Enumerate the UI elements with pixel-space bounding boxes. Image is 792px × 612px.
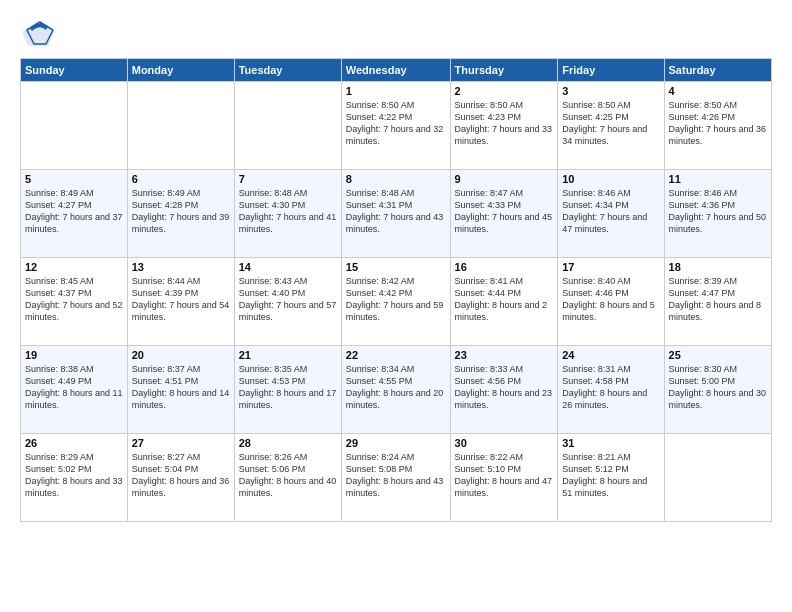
day-info: Sunrise: 8:45 AM Sunset: 4:37 PM Dayligh… [25,275,123,324]
calendar-cell [127,82,234,170]
logo [20,18,62,48]
calendar-table: SundayMondayTuesdayWednesdayThursdayFrid… [20,58,772,522]
calendar-week-row: 26Sunrise: 8:29 AM Sunset: 5:02 PM Dayli… [21,434,772,522]
day-number: 22 [346,349,446,361]
weekday-header: Wednesday [341,59,450,82]
calendar-cell: 27Sunrise: 8:27 AM Sunset: 5:04 PM Dayli… [127,434,234,522]
day-info: Sunrise: 8:42 AM Sunset: 4:42 PM Dayligh… [346,275,446,324]
calendar-cell: 1Sunrise: 8:50 AM Sunset: 4:22 PM Daylig… [341,82,450,170]
day-info: Sunrise: 8:50 AM Sunset: 4:26 PM Dayligh… [669,99,767,148]
calendar-cell: 3Sunrise: 8:50 AM Sunset: 4:25 PM Daylig… [558,82,664,170]
calendar-cell: 31Sunrise: 8:21 AM Sunset: 5:12 PM Dayli… [558,434,664,522]
calendar-cell: 15Sunrise: 8:42 AM Sunset: 4:42 PM Dayli… [341,258,450,346]
day-info: Sunrise: 8:33 AM Sunset: 4:56 PM Dayligh… [455,363,554,412]
calendar-cell: 18Sunrise: 8:39 AM Sunset: 4:47 PM Dayli… [664,258,771,346]
day-info: Sunrise: 8:47 AM Sunset: 4:33 PM Dayligh… [455,187,554,236]
logo-icon [20,18,56,48]
calendar-cell: 6Sunrise: 8:49 AM Sunset: 4:28 PM Daylig… [127,170,234,258]
day-info: Sunrise: 8:43 AM Sunset: 4:40 PM Dayligh… [239,275,337,324]
calendar-cell: 5Sunrise: 8:49 AM Sunset: 4:27 PM Daylig… [21,170,128,258]
calendar-cell: 17Sunrise: 8:40 AM Sunset: 4:46 PM Dayli… [558,258,664,346]
day-info: Sunrise: 8:37 AM Sunset: 4:51 PM Dayligh… [132,363,230,412]
day-number: 5 [25,173,123,185]
day-info: Sunrise: 8:24 AM Sunset: 5:08 PM Dayligh… [346,451,446,500]
day-number: 6 [132,173,230,185]
day-number: 17 [562,261,659,273]
day-number: 8 [346,173,446,185]
weekday-header: Friday [558,59,664,82]
calendar-cell: 24Sunrise: 8:31 AM Sunset: 4:58 PM Dayli… [558,346,664,434]
calendar-cell: 21Sunrise: 8:35 AM Sunset: 4:53 PM Dayli… [234,346,341,434]
calendar-cell: 26Sunrise: 8:29 AM Sunset: 5:02 PM Dayli… [21,434,128,522]
day-number: 7 [239,173,337,185]
day-info: Sunrise: 8:22 AM Sunset: 5:10 PM Dayligh… [455,451,554,500]
day-info: Sunrise: 8:49 AM Sunset: 4:27 PM Dayligh… [25,187,123,236]
day-info: Sunrise: 8:48 AM Sunset: 4:30 PM Dayligh… [239,187,337,236]
calendar-cell: 7Sunrise: 8:48 AM Sunset: 4:30 PM Daylig… [234,170,341,258]
calendar-cell [234,82,341,170]
day-number: 28 [239,437,337,449]
day-number: 9 [455,173,554,185]
day-info: Sunrise: 8:29 AM Sunset: 5:02 PM Dayligh… [25,451,123,500]
day-number: 12 [25,261,123,273]
calendar-cell: 23Sunrise: 8:33 AM Sunset: 4:56 PM Dayli… [450,346,558,434]
day-info: Sunrise: 8:31 AM Sunset: 4:58 PM Dayligh… [562,363,659,412]
calendar-week-row: 5Sunrise: 8:49 AM Sunset: 4:27 PM Daylig… [21,170,772,258]
day-info: Sunrise: 8:35 AM Sunset: 4:53 PM Dayligh… [239,363,337,412]
day-number: 24 [562,349,659,361]
day-number: 20 [132,349,230,361]
day-info: Sunrise: 8:30 AM Sunset: 5:00 PM Dayligh… [669,363,767,412]
day-number: 30 [455,437,554,449]
day-info: Sunrise: 8:26 AM Sunset: 5:06 PM Dayligh… [239,451,337,500]
calendar-cell [21,82,128,170]
day-number: 4 [669,85,767,97]
day-number: 23 [455,349,554,361]
day-info: Sunrise: 8:44 AM Sunset: 4:39 PM Dayligh… [132,275,230,324]
day-info: Sunrise: 8:38 AM Sunset: 4:49 PM Dayligh… [25,363,123,412]
day-number: 14 [239,261,337,273]
calendar-cell: 30Sunrise: 8:22 AM Sunset: 5:10 PM Dayli… [450,434,558,522]
calendar-cell: 9Sunrise: 8:47 AM Sunset: 4:33 PM Daylig… [450,170,558,258]
day-number: 27 [132,437,230,449]
calendar-cell: 12Sunrise: 8:45 AM Sunset: 4:37 PM Dayli… [21,258,128,346]
day-info: Sunrise: 8:50 AM Sunset: 4:23 PM Dayligh… [455,99,554,148]
day-number: 3 [562,85,659,97]
weekday-header: Sunday [21,59,128,82]
day-number: 10 [562,173,659,185]
calendar-cell: 25Sunrise: 8:30 AM Sunset: 5:00 PM Dayli… [664,346,771,434]
day-info: Sunrise: 8:49 AM Sunset: 4:28 PM Dayligh… [132,187,230,236]
calendar-cell: 28Sunrise: 8:26 AM Sunset: 5:06 PM Dayli… [234,434,341,522]
day-number: 19 [25,349,123,361]
calendar-cell: 11Sunrise: 8:46 AM Sunset: 4:36 PM Dayli… [664,170,771,258]
day-number: 21 [239,349,337,361]
header [20,18,772,48]
day-number: 1 [346,85,446,97]
day-info: Sunrise: 8:50 AM Sunset: 4:22 PM Dayligh… [346,99,446,148]
day-info: Sunrise: 8:41 AM Sunset: 4:44 PM Dayligh… [455,275,554,324]
calendar-cell: 16Sunrise: 8:41 AM Sunset: 4:44 PM Dayli… [450,258,558,346]
day-info: Sunrise: 8:21 AM Sunset: 5:12 PM Dayligh… [562,451,659,500]
weekday-header: Saturday [664,59,771,82]
day-number: 18 [669,261,767,273]
day-number: 15 [346,261,446,273]
day-number: 31 [562,437,659,449]
page: SundayMondayTuesdayWednesdayThursdayFrid… [0,0,792,612]
day-number: 13 [132,261,230,273]
calendar-week-row: 12Sunrise: 8:45 AM Sunset: 4:37 PM Dayli… [21,258,772,346]
day-info: Sunrise: 8:48 AM Sunset: 4:31 PM Dayligh… [346,187,446,236]
day-number: 16 [455,261,554,273]
day-number: 26 [25,437,123,449]
day-info: Sunrise: 8:40 AM Sunset: 4:46 PM Dayligh… [562,275,659,324]
day-info: Sunrise: 8:34 AM Sunset: 4:55 PM Dayligh… [346,363,446,412]
calendar-cell: 13Sunrise: 8:44 AM Sunset: 4:39 PM Dayli… [127,258,234,346]
weekday-header: Monday [127,59,234,82]
day-info: Sunrise: 8:46 AM Sunset: 4:36 PM Dayligh… [669,187,767,236]
weekday-header: Tuesday [234,59,341,82]
day-number: 2 [455,85,554,97]
day-number: 25 [669,349,767,361]
day-info: Sunrise: 8:27 AM Sunset: 5:04 PM Dayligh… [132,451,230,500]
day-info: Sunrise: 8:46 AM Sunset: 4:34 PM Dayligh… [562,187,659,236]
calendar-cell: 8Sunrise: 8:48 AM Sunset: 4:31 PM Daylig… [341,170,450,258]
calendar-cell: 4Sunrise: 8:50 AM Sunset: 4:26 PM Daylig… [664,82,771,170]
calendar-cell: 22Sunrise: 8:34 AM Sunset: 4:55 PM Dayli… [341,346,450,434]
